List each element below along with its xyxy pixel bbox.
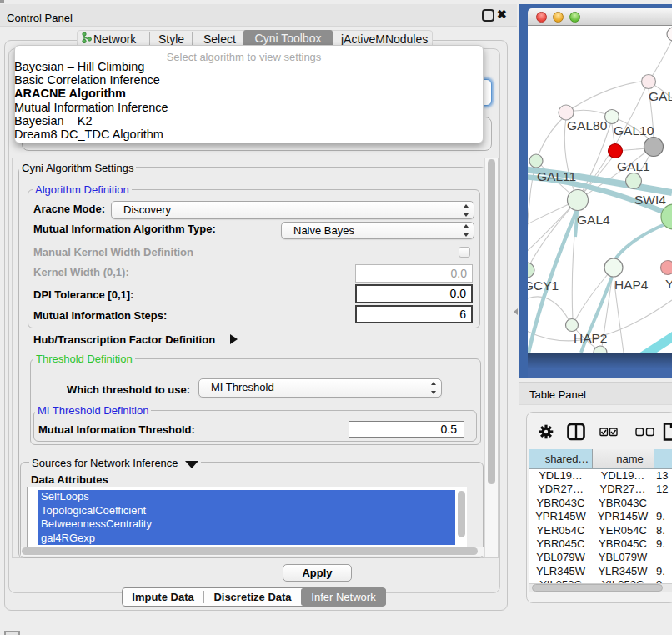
svg-text:HAP2: HAP2 <box>574 331 608 345</box>
svg-text:YM: YM <box>665 277 672 291</box>
svg-text:GAL7: GAL7 <box>649 89 672 103</box>
svg-text:HAP4: HAP4 <box>614 278 649 292</box>
svg-text:GAL10: GAL10 <box>614 123 654 138</box>
svg-text:GAL80: GAL80 <box>567 118 608 132</box>
svg-text:GAL4: GAL4 <box>577 212 610 227</box>
svg-text:GCY1: GCY1 <box>528 278 559 292</box>
svg-text:GAL1: GAL1 <box>617 159 650 173</box>
svg-text:GAL11: GAL11 <box>537 169 576 183</box>
svg-text:SWI4: SWI4 <box>634 192 666 207</box>
